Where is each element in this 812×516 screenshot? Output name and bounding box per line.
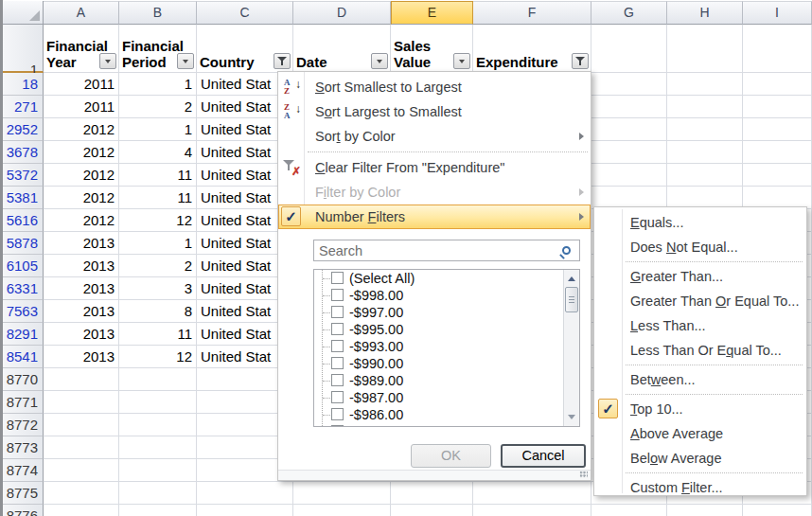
list-item[interactable]: -$997.00 <box>314 304 579 321</box>
checkbox[interactable] <box>331 408 344 420</box>
cell[interactable] <box>44 368 119 391</box>
cell[interactable] <box>667 164 743 187</box>
cell[interactable] <box>44 505 119 516</box>
submenu-item-custom-filter[interactable]: Custom Filter... <box>594 475 806 500</box>
cell[interactable]: 3 <box>119 277 197 300</box>
cell[interactable] <box>743 118 812 141</box>
scroll-up-button[interactable] <box>564 270 579 286</box>
search-icon[interactable] <box>562 246 571 255</box>
submenu-item-less-than-or-equal[interactable]: Less Than Or Equal To... <box>594 338 806 363</box>
cell[interactable] <box>119 505 197 516</box>
cell[interactable]: 2012 <box>44 164 119 187</box>
checkbox[interactable] <box>331 272 344 284</box>
column-header-a[interactable]: A <box>44 1 119 25</box>
row-number[interactable]: 8773 <box>3 436 44 459</box>
cell[interactable] <box>197 482 293 505</box>
filter-dropdown-button[interactable] <box>371 53 388 69</box>
search-input[interactable] <box>314 243 562 258</box>
cell[interactable] <box>591 96 667 118</box>
checkbox[interactable] <box>331 391 344 403</box>
cell[interactable] <box>743 73 812 96</box>
cancel-button[interactable]: Cancel <box>501 444 586 468</box>
header-cell-expenditure[interactable]: Expenditure <box>473 25 591 73</box>
cell[interactable]: 2012 <box>44 118 119 141</box>
checkbox[interactable] <box>331 340 344 352</box>
row-number[interactable]: 8774 <box>3 459 44 482</box>
checkbox[interactable] <box>331 323 344 335</box>
cell[interactable] <box>119 368 197 391</box>
row-number[interactable]: 5616 <box>3 209 44 232</box>
submenu-item-between[interactable]: Between... <box>594 367 806 392</box>
cell[interactable] <box>667 96 743 118</box>
row-number[interactable]: 5878 <box>3 232 44 255</box>
submenu-item-above-average[interactable]: Above Average <box>594 421 806 446</box>
cell[interactable] <box>119 436 197 459</box>
menu-item-sort-largest-to-smallest[interactable]: ZA↓ Sort Largest to Smallest <box>278 99 591 124</box>
select-all-corner[interactable] <box>3 1 44 25</box>
cell[interactable]: 11 <box>119 323 197 346</box>
cell[interactable]: 12 <box>119 346 197 368</box>
header-cell-financial-year[interactable]: Financial Year <box>44 25 119 73</box>
cell[interactable]: 2013 <box>44 277 119 300</box>
resize-strip[interactable] <box>278 470 591 480</box>
menu-item-sort-by-color[interactable]: Sort by Color <box>278 124 591 149</box>
header-cell-sales-value[interactable]: Sales Value <box>391 25 473 73</box>
cell[interactable] <box>591 164 667 187</box>
cell[interactable] <box>391 505 473 516</box>
scroll-down-button[interactable] <box>564 410 579 426</box>
list-item[interactable]: -$986.00 <box>314 406 579 423</box>
submenu-item-greater-than-or-equal[interactable]: Greater Than Or Equal To... <box>594 289 806 313</box>
header-cell-date[interactable]: Date <box>293 25 391 73</box>
menu-item-sort-smallest-to-largest[interactable]: AZ↓ Sort Smallest to Largest <box>278 75 591 99</box>
cell[interactable]: 2012 <box>44 141 119 164</box>
checkbox[interactable] <box>331 425 344 427</box>
cell[interactable] <box>119 391 197 414</box>
cell[interactable]: 2013 <box>44 346 119 368</box>
cell[interactable]: 2 <box>119 96 197 118</box>
row-number[interactable]: 2952 <box>3 118 44 141</box>
cell[interactable] <box>44 436 119 459</box>
checkbox[interactable] <box>331 289 344 301</box>
column-header-g[interactable]: G <box>591 1 667 25</box>
column-header-b[interactable]: B <box>119 1 197 25</box>
cell[interactable]: 2013 <box>44 255 119 277</box>
cell[interactable] <box>591 73 667 96</box>
column-header-f[interactable]: F <box>473 1 591 25</box>
cell[interactable]: 2011 <box>44 96 119 118</box>
cell[interactable] <box>743 25 812 73</box>
checkbox[interactable] <box>331 357 344 369</box>
row-number[interactable]: 6105 <box>3 255 44 277</box>
cell[interactable] <box>197 505 293 516</box>
column-header-d[interactable]: D <box>293 1 391 25</box>
cell[interactable] <box>473 482 591 505</box>
row-number[interactable]: 18 <box>3 73 44 96</box>
row-number[interactable]: 8291 <box>3 323 44 346</box>
row-number[interactable]: 8771 <box>3 391 44 414</box>
checkbox[interactable] <box>331 374 344 386</box>
cell[interactable] <box>44 391 119 414</box>
cell[interactable] <box>391 482 473 505</box>
cell[interactable]: 2012 <box>44 209 119 232</box>
cell[interactable]: 1 <box>119 118 197 141</box>
cell[interactable] <box>591 25 667 73</box>
column-header-c[interactable]: C <box>197 1 293 25</box>
filter-dropdown-button[interactable] <box>99 53 116 69</box>
cell[interactable] <box>743 164 812 187</box>
filter-applied-button[interactable] <box>274 53 291 69</box>
row-number[interactable]: 271 <box>3 96 44 118</box>
cell[interactable]: 2013 <box>44 323 119 346</box>
header-cell-country[interactable]: Country <box>197 25 293 73</box>
filter-dropdown-button[interactable] <box>177 53 194 69</box>
cell[interactable] <box>119 459 197 482</box>
row-number[interactable]: 3678 <box>3 141 44 164</box>
cell[interactable] <box>591 118 667 141</box>
row-number[interactable]: 8541 <box>3 346 44 368</box>
menu-item-number-filters[interactable]: ✓ Number Filters <box>278 205 591 229</box>
filter-dropdown-button[interactable] <box>453 53 470 69</box>
cell[interactable] <box>119 482 197 505</box>
list-item[interactable]: -$998.00 <box>314 287 579 304</box>
row-number[interactable]: 8775 <box>3 482 44 505</box>
cell[interactable]: 1 <box>119 232 197 255</box>
cell[interactable]: 8 <box>119 300 197 323</box>
cell[interactable]: 12 <box>119 209 197 232</box>
